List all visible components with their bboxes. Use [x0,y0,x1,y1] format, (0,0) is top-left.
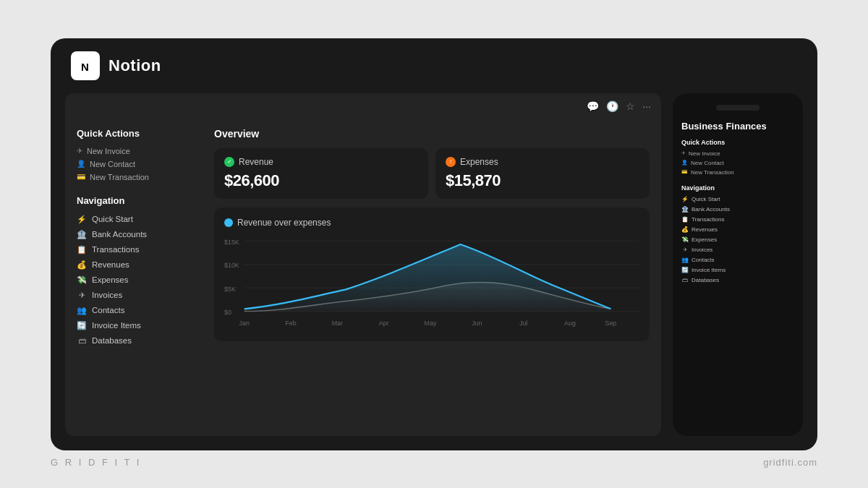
svg-text:May: May [425,319,437,326]
sidebar-action-label: New Invoice [87,147,130,155]
nav-item-quickstart[interactable]: ⚡ Quick Start [77,212,191,227]
mobile-invoice-items-icon: 🔄 [681,267,689,273]
mobile-nav-databases[interactable]: 🗃 Databases [681,275,794,286]
comment-icon[interactable]: 💬 [587,100,599,112]
mobile-bank-icon: 🏦 [681,206,689,213]
sidebar: Quick Actions ✈ New Invoice 👤 New Contac… [65,119,203,436]
more-icon[interactable]: ··· [642,100,651,112]
svg-text:$0: $0 [224,308,231,315]
revenues-icon: 💰 [77,260,87,270]
mobile-revenues-icon: 💰 [681,226,689,233]
mobile-quick-actions-title: Quick Actions [681,139,794,146]
quick-actions-title: Quick Actions [77,128,191,139]
transaction-icon: 💳 [77,173,85,181]
mobile-nav-invoice-items[interactable]: 🔄 Invoice Items [681,265,794,275]
svg-text:Mar: Mar [332,319,343,326]
card-body: Quick Actions ✈ New Invoice 👤 New Contac… [65,119,661,436]
bank-icon: 🏦 [77,230,87,239]
main-panel: Overview ✓ Revenue $26,600 ! [203,119,661,436]
mobile-action-new-transaction[interactable]: 💳 New Transaction [681,168,794,177]
chart-title: Revenue over expenses [237,218,331,228]
mobile-nav-title: Navigation [681,184,794,192]
nav-label: Invoices [92,291,122,299]
expenses-label: Expenses [460,157,498,167]
mobile-nav-expenses[interactable]: 💸 Expenses [681,235,794,245]
mobile-action-label: New Invoice [689,150,720,157]
overview-title: Overview [214,128,650,140]
nav-item-transactions[interactable]: 📋 Transactions [77,242,191,257]
mobile-transactions-icon: 📋 [681,216,689,223]
contact-icon: 👤 [77,160,85,168]
svg-text:$5K: $5K [224,285,237,292]
mobile-nav-label: Contacts [692,257,715,263]
mobile-nav-contacts[interactable]: 👥 Contacts [681,255,794,265]
sidebar-action-new-invoice[interactable]: ✈ New Invoice [77,145,191,158]
transactions-icon: 📋 [77,245,87,254]
nav-item-revenues[interactable]: 💰 Revenues [77,257,191,273]
mobile-action-new-contact[interactable]: 👤 New Contact [681,158,794,168]
expenses-dot: ! [446,157,456,167]
stats-row: ✓ Revenue $26,600 ! Expenses $15,870 [214,148,650,199]
navigation-title: Navigation [77,195,191,206]
mobile-nav-label: Revenues [692,226,718,233]
mobile-invoice-icon: ✈ [681,150,686,156]
mobile-invoices-icon: ✈ [681,247,689,253]
mobile-card: Business Finances Quick Actions ✈ New In… [673,93,803,436]
mobile-contacts-icon: 👥 [681,257,689,263]
nav-label: Bank Accounts [92,230,147,239]
footer-left: G R I D F I T I [51,457,141,468]
contacts-icon: 👥 [77,306,87,315]
mobile-nav-revenues[interactable]: 💰 Revenues [681,225,794,235]
nav-item-expenses[interactable]: 💸 Expenses [77,273,191,288]
star-icon[interactable]: ☆ [626,100,635,112]
svg-text:$15K: $15K [224,238,240,245]
svg-text:Jan: Jan [239,319,250,326]
svg-text:Apr: Apr [379,319,389,326]
invoice-items-icon: 🔄 [77,321,87,330]
mobile-nav-label: Transactions [692,216,725,223]
svg-text:Aug: Aug [564,319,576,326]
nav-item-invoices[interactable]: ✈ Invoices [77,288,191,303]
nav-label: Revenues [92,260,129,269]
nav-item-invoice-items[interactable]: 🔄 Invoice Items [77,318,191,333]
nav-label: Transactions [92,245,139,254]
mobile-expenses-icon: 💸 [681,236,689,243]
sidebar-action-new-transaction[interactable]: 💳 New Transaction [77,171,191,184]
nav-item-bank-accounts[interactable]: 🏦 Bank Accounts [77,227,191,242]
mobile-nav-label: Quick Start [692,196,720,202]
svg-text:$10K: $10K [224,261,240,268]
mobile-nav-label: Databases [692,277,719,283]
mobile-nav-label: Invoice Items [692,267,726,273]
mobile-transaction-icon: 💳 [681,169,688,175]
mobile-nav-bank-accounts[interactable]: 🏦 Bank Accounts [681,205,794,215]
mobile-nav-transactions[interactable]: 📋 Transactions [681,215,794,225]
navigation-section: Navigation ⚡ Quick Start 🏦 Bank Accounts… [77,195,191,348]
mobile-contact-icon: 👤 [681,160,688,166]
top-bar: N Notion [51,38,817,93]
mobile-notch [716,105,760,111]
revenue-chart: $15K $10K $5K $0 [224,235,639,336]
mobile-action-new-invoice[interactable]: ✈ New Invoice [681,149,794,158]
revenue-card: ✓ Revenue $26,600 [214,148,428,199]
notion-logo: N [71,51,100,80]
sidebar-action-new-contact[interactable]: 👤 New Contact [77,158,191,171]
expenses-icon: 💸 [77,275,87,285]
nav-item-contacts[interactable]: 👥 Contacts [77,303,191,318]
clock-icon[interactable]: 🕐 [606,100,618,112]
revenue-value: $26,600 [224,171,418,190]
nav-label: Invoice Items [92,321,141,330]
expenses-card: ! Expenses $15,870 [435,148,650,199]
nav-item-databases[interactable]: 🗃 Databases [77,333,191,348]
invoice-icon: ✈ [77,147,82,155]
mobile-databases-icon: 🗃 [681,277,689,283]
footer-right: gridfiti.com [763,457,817,468]
invoices-icon: ✈ [77,291,87,300]
desktop-card: 💬 🕐 ☆ ··· Quick Actions ✈ New Invoice 👤 … [65,93,661,436]
expenses-value: $15,870 [446,171,639,190]
svg-text:Jun: Jun [472,319,482,326]
svg-text:Feb: Feb [285,319,296,326]
svg-text:Sep: Sep [605,319,616,326]
mobile-nav-label: Expenses [692,236,717,243]
mobile-nav-quickstart[interactable]: ⚡ Quick Start [681,194,794,205]
mobile-nav-invoices[interactable]: ✈ Invoices [681,245,794,255]
